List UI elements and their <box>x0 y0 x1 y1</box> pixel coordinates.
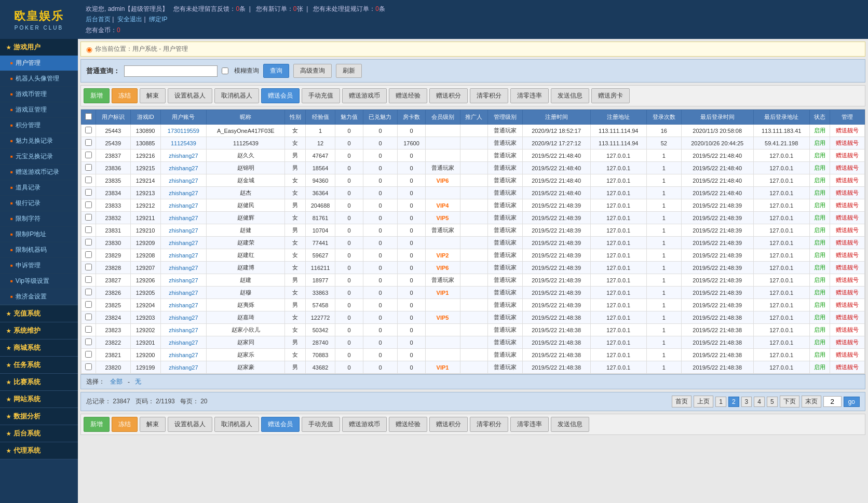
fuzzy-checkbox[interactable] <box>222 67 228 74</box>
query-button[interactable]: 查询 <box>263 64 289 78</box>
manage-link[interactable]: 赠送靓号 <box>836 214 859 221</box>
manage-link[interactable]: 赠送靓号 <box>836 264 859 270</box>
manage-actions[interactable]: 赠送靓号 <box>830 237 864 249</box>
sidebar-section-title-analytics[interactable]: 数据分析 <box>0 408 78 425</box>
account[interactable]: zhishang27 <box>160 299 207 311</box>
account-link[interactable]: zhishang27 <box>169 252 198 259</box>
sidebar-section-title-shop[interactable]: 商城系统 <box>0 339 78 356</box>
sidebar-section-title-maintenance[interactable]: 系统维护 <box>0 322 78 339</box>
sidebar-item-relief-settings[interactable]: 救济金设置 <box>0 289 78 305</box>
account-link[interactable]: zhishang27 <box>169 227 198 234</box>
sidebar-item-user-management[interactable]: 用户管理 <box>0 56 78 71</box>
first-page-btn[interactable]: 首页 <box>672 396 691 407</box>
row-select-checkbox[interactable] <box>85 314 92 320</box>
page3-btn[interactable]: 3 <box>741 397 752 407</box>
prev-page-btn[interactable]: 上页 <box>694 396 713 407</box>
manage-link[interactable]: 赠送靓号 <box>836 302 859 308</box>
manage-link[interactable]: 赠送靓号 <box>836 202 859 208</box>
account[interactable]: zhishang27 <box>160 212 207 224</box>
next-page-btn[interactable]: 下页 <box>780 396 799 407</box>
manage-actions[interactable]: 赠送靓号 <box>830 311 864 324</box>
manage-actions[interactable]: 赠送靓号 <box>830 336 864 349</box>
sidebar-item-yuanbao-exchange[interactable]: 元宝兑换记录 <box>0 149 78 165</box>
manage-link[interactable]: 赠送靓号 <box>836 239 859 246</box>
manage-link[interactable]: 赠送靓号 <box>836 165 859 171</box>
account[interactable]: zhishang27 <box>160 336 207 349</box>
row-select-checkbox[interactable] <box>85 301 92 308</box>
manage-link[interactable]: 赠送靓号 <box>836 252 859 258</box>
bottom-set-robot-button[interactable]: 设置机器人 <box>168 417 212 432</box>
account[interactable]: zhishang27 <box>160 199 207 212</box>
unfreeze-button[interactable]: 解束 <box>140 88 166 103</box>
account[interactable]: zhishang27 <box>160 149 207 162</box>
bottom-send-info-button[interactable]: 发送信息 <box>551 417 589 432</box>
account-link[interactable]: 1730119559 <box>168 128 199 134</box>
backend-link[interactable]: 后台首页 <box>86 16 111 23</box>
refresh-button[interactable]: 刷新 <box>336 64 362 78</box>
sidebar-item-appeal[interactable]: 申诉管理 <box>0 258 78 274</box>
bottom-gift-vip-button[interactable]: 赠送会员 <box>261 417 300 432</box>
account-link[interactable]: zhishang27 <box>169 327 198 333</box>
account-link[interactable]: zhishang27 <box>169 315 198 321</box>
row-select-checkbox[interactable] <box>85 338 92 345</box>
manage-actions[interactable]: 赠送靓号 <box>830 287 864 299</box>
gift-points-button[interactable]: 赠送积分 <box>429 88 468 103</box>
account[interactable]: zhishang27 <box>160 174 207 187</box>
account[interactable]: zhishang27 <box>160 162 207 174</box>
account[interactable]: zhishang27 <box>160 274 207 287</box>
sidebar-item-points[interactable]: 积分管理 <box>0 118 78 133</box>
manage-link[interactable]: 赠送靓号 <box>836 177 859 183</box>
account[interactable]: zhishang27 <box>160 249 207 262</box>
account-link[interactable]: zhishang27 <box>169 153 198 159</box>
bottom-unfreeze-button[interactable]: 解束 <box>140 417 166 432</box>
account[interactable]: zhishang27 <box>160 224 207 237</box>
select-all-checkbox[interactable] <box>85 113 92 120</box>
row-select-checkbox[interactable] <box>85 326 92 333</box>
manage-link[interactable]: 赠送靓号 <box>836 351 859 358</box>
row-select-checkbox[interactable] <box>85 152 92 158</box>
row-select-checkbox[interactable] <box>85 176 92 183</box>
row-select-checkbox[interactable] <box>85 201 92 208</box>
gift-room-card-button[interactable]: 赠送房卡 <box>591 88 630 103</box>
sidebar-item-robot-avatar[interactable]: 机器人头像管理 <box>0 71 78 87</box>
account-link[interactable]: zhishang27 <box>169 178 198 184</box>
freeze-button[interactable]: 冻结 <box>112 88 138 103</box>
account[interactable]: zhishang27 <box>160 311 207 324</box>
account[interactable]: zhishang27 <box>160 287 207 299</box>
bottom-add-button[interactable]: 新增 <box>84 417 110 432</box>
row-select-checkbox[interactable] <box>85 139 92 146</box>
sidebar-section-title-match[interactable]: 比赛系统 <box>0 374 78 390</box>
bottom-gift-points-button[interactable]: 赠送积分 <box>429 417 468 432</box>
manage-actions[interactable]: 赠送靓号 <box>830 199 864 212</box>
account-link[interactable]: zhishang27 <box>169 302 198 308</box>
sidebar-section-title-task[interactable]: 任务系统 <box>0 357 78 373</box>
row-select-checkbox[interactable] <box>85 239 92 246</box>
manage-actions[interactable]: 赠送靓号 <box>830 262 864 274</box>
safe-exit-link[interactable]: 安全退出 <box>117 16 142 23</box>
sidebar-item-game-bean[interactable]: 游戏豆管理 <box>0 102 78 118</box>
account[interactable]: zhishang27 <box>160 349 207 361</box>
account[interactable]: 1730119559 <box>160 125 207 137</box>
bottom-freeze-button[interactable]: 冻结 <box>112 417 138 432</box>
gift-exp-button[interactable]: 赠送经验 <box>389 88 427 103</box>
account-link[interactable]: zhishang27 <box>169 165 198 171</box>
account-link[interactable]: zhishang27 <box>169 202 198 209</box>
manage-link[interactable]: 赠送靓号 <box>836 364 859 370</box>
manage-link[interactable]: 赠送靓号 <box>836 140 859 146</box>
manage-actions[interactable]: 赠送靓号 <box>830 299 864 311</box>
account-link[interactable]: zhishang27 <box>169 364 198 371</box>
sidebar-item-restrict-ip[interactable]: 限制IP地址 <box>0 227 78 242</box>
manage-actions[interactable]: 赠送靓号 <box>830 125 864 137</box>
row-select-checkbox[interactable] <box>85 289 92 295</box>
manage-link[interactable]: 赠送靓号 <box>836 227 859 233</box>
sidebar-section-title-recharge[interactable]: 充值系统 <box>0 305 78 322</box>
manage-link[interactable]: 赠送靓号 <box>836 127 859 133</box>
add-button[interactable]: 新增 <box>84 88 110 103</box>
row-select-checkbox[interactable] <box>85 276 92 283</box>
sidebar-item-game-currency[interactable]: 游戏币管理 <box>0 87 78 102</box>
manage-actions[interactable]: 赠送靓号 <box>830 361 864 374</box>
manage-actions[interactable]: 赠送靓号 <box>830 174 864 187</box>
account-link[interactable]: zhishang27 <box>169 240 198 246</box>
page4-btn[interactable]: 4 <box>754 397 765 407</box>
page5-btn[interactable]: 5 <box>767 397 778 407</box>
